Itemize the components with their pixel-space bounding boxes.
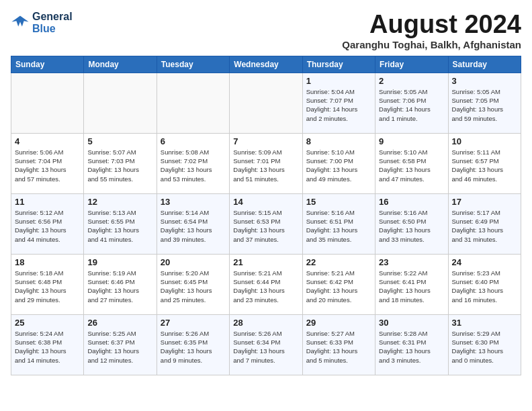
calendar-cell: 13Sunrise: 5:14 AM Sunset: 6:54 PM Dayli…	[157, 193, 229, 254]
calendar-cell: 23Sunrise: 5:22 AM Sunset: 6:41 PM Dayli…	[375, 254, 448, 314]
month-year-heading: August 2024	[342, 11, 521, 39]
day-info: Sunrise: 5:09 AM Sunset: 7:01 PM Dayligh…	[233, 148, 298, 183]
day-info: Sunrise: 5:21 AM Sunset: 6:42 PM Dayligh…	[306, 269, 371, 304]
day-info: Sunrise: 5:14 AM Sunset: 6:54 PM Dayligh…	[161, 208, 226, 244]
calendar-table: SundayMondayTuesdayWednesdayThursdayFrid…	[11, 56, 521, 375]
calendar-cell: 2Sunrise: 5:05 AM Sunset: 7:06 PM Daylig…	[375, 73, 448, 133]
day-number: 3	[452, 76, 517, 86]
day-number: 1	[306, 76, 371, 86]
calendar-cell: 8Sunrise: 5:10 AM Sunset: 7:00 PM Daylig…	[302, 133, 375, 193]
day-info: Sunrise: 5:06 AM Sunset: 7:04 PM Dayligh…	[15, 148, 80, 183]
day-info: Sunrise: 5:10 AM Sunset: 6:58 PM Dayligh…	[379, 148, 444, 183]
calendar-cell: 1Sunrise: 5:04 AM Sunset: 7:07 PM Daylig…	[302, 73, 375, 133]
day-number: 18	[15, 257, 80, 267]
day-number: 22	[306, 257, 371, 267]
day-info: Sunrise: 5:21 AM Sunset: 6:44 PM Dayligh…	[233, 269, 298, 304]
calendar-cell	[157, 73, 229, 133]
column-header-wednesday: Wednesday	[230, 56, 302, 73]
calendar-cell	[84, 73, 157, 133]
calendar-cell: 6Sunrise: 5:08 AM Sunset: 7:02 PM Daylig…	[157, 133, 229, 193]
day-number: 23	[379, 257, 444, 267]
logo-bird-icon	[11, 13, 30, 32]
day-info: Sunrise: 5:10 AM Sunset: 7:00 PM Dayligh…	[306, 148, 371, 183]
logo-text-general: General	[32, 11, 73, 23]
day-number: 25	[15, 318, 80, 328]
column-header-tuesday: Tuesday	[157, 56, 229, 73]
day-info: Sunrise: 5:16 AM Sunset: 6:51 PM Dayligh…	[306, 208, 371, 244]
day-info: Sunrise: 5:26 AM Sunset: 6:34 PM Dayligh…	[233, 329, 298, 365]
calendar-cell: 11Sunrise: 5:12 AM Sunset: 6:56 PM Dayli…	[11, 193, 84, 254]
day-number: 26	[87, 318, 152, 328]
calendar-cell: 16Sunrise: 5:16 AM Sunset: 6:50 PM Dayli…	[375, 193, 448, 254]
calendar-week-row: 11Sunrise: 5:12 AM Sunset: 6:56 PM Dayli…	[11, 193, 521, 254]
calendar-cell: 18Sunrise: 5:18 AM Sunset: 6:48 PM Dayli…	[11, 254, 84, 314]
day-info: Sunrise: 5:05 AM Sunset: 7:06 PM Dayligh…	[379, 87, 444, 123]
calendar-cell: 22Sunrise: 5:21 AM Sunset: 6:42 PM Dayli…	[302, 254, 375, 314]
day-info: Sunrise: 5:26 AM Sunset: 6:35 PM Dayligh…	[161, 329, 226, 365]
title-block: August 2024 Qaranghu Toghai, Balkh, Afgh…	[342, 11, 521, 50]
day-number: 16	[379, 197, 444, 207]
calendar-cell: 25Sunrise: 5:24 AM Sunset: 6:38 PM Dayli…	[11, 314, 84, 375]
day-info: Sunrise: 5:08 AM Sunset: 7:02 PM Dayligh…	[161, 148, 226, 183]
column-header-monday: Monday	[84, 56, 157, 73]
calendar-week-row: 1Sunrise: 5:04 AM Sunset: 7:07 PM Daylig…	[11, 73, 521, 133]
calendar-week-row: 18Sunrise: 5:18 AM Sunset: 6:48 PM Dayli…	[11, 254, 521, 314]
logo: General Blue	[11, 11, 73, 34]
day-info: Sunrise: 5:04 AM Sunset: 7:07 PM Dayligh…	[306, 87, 371, 123]
calendar-cell: 20Sunrise: 5:20 AM Sunset: 6:45 PM Dayli…	[157, 254, 229, 314]
day-info: Sunrise: 5:13 AM Sunset: 6:55 PM Dayligh…	[87, 208, 152, 244]
calendar-cell: 21Sunrise: 5:21 AM Sunset: 6:44 PM Dayli…	[230, 254, 302, 314]
day-number: 11	[15, 197, 80, 207]
day-number: 30	[379, 318, 444, 328]
day-info: Sunrise: 5:24 AM Sunset: 6:38 PM Dayligh…	[15, 329, 80, 365]
calendar-cell: 9Sunrise: 5:10 AM Sunset: 6:58 PM Daylig…	[375, 133, 448, 193]
day-info: Sunrise: 5:19 AM Sunset: 6:46 PM Dayligh…	[87, 269, 152, 304]
day-info: Sunrise: 5:11 AM Sunset: 6:57 PM Dayligh…	[452, 148, 517, 183]
column-header-friday: Friday	[375, 56, 448, 73]
day-number: 24	[452, 257, 517, 267]
day-info: Sunrise: 5:29 AM Sunset: 6:30 PM Dayligh…	[452, 329, 517, 365]
page-header: General Blue August 2024 Qaranghu Toghai…	[11, 11, 521, 50]
calendar-header-row: SundayMondayTuesdayWednesdayThursdayFrid…	[11, 56, 521, 73]
calendar-cell: 19Sunrise: 5:19 AM Sunset: 6:46 PM Dayli…	[84, 254, 157, 314]
svg-marker-0	[11, 15, 28, 26]
calendar-cell: 24Sunrise: 5:23 AM Sunset: 6:40 PM Dayli…	[448, 254, 521, 314]
day-info: Sunrise: 5:07 AM Sunset: 7:03 PM Dayligh…	[87, 148, 152, 183]
calendar-cell: 5Sunrise: 5:07 AM Sunset: 7:03 PM Daylig…	[84, 133, 157, 193]
calendar-cell: 7Sunrise: 5:09 AM Sunset: 7:01 PM Daylig…	[230, 133, 302, 193]
column-header-saturday: Saturday	[448, 56, 521, 73]
logo-text-blue: Blue	[32, 23, 73, 35]
day-number: 12	[87, 197, 152, 207]
day-number: 6	[161, 136, 226, 146]
day-info: Sunrise: 5:22 AM Sunset: 6:41 PM Dayligh…	[379, 269, 444, 304]
day-number: 14	[233, 197, 298, 207]
location-subheading: Qaranghu Toghai, Balkh, Afghanistan	[342, 39, 521, 50]
calendar-cell: 28Sunrise: 5:26 AM Sunset: 6:34 PM Dayli…	[230, 314, 302, 375]
day-number: 19	[87, 257, 152, 267]
day-number: 17	[452, 197, 517, 207]
calendar-cell: 12Sunrise: 5:13 AM Sunset: 6:55 PM Dayli…	[84, 193, 157, 254]
day-number: 10	[452, 136, 517, 146]
calendar-cell: 30Sunrise: 5:28 AM Sunset: 6:31 PM Dayli…	[375, 314, 448, 375]
day-info: Sunrise: 5:16 AM Sunset: 6:50 PM Dayligh…	[379, 208, 444, 244]
calendar-week-row: 25Sunrise: 5:24 AM Sunset: 6:38 PM Dayli…	[11, 314, 521, 375]
calendar-cell	[11, 73, 84, 133]
day-info: Sunrise: 5:28 AM Sunset: 6:31 PM Dayligh…	[379, 329, 444, 365]
day-number: 7	[233, 136, 298, 146]
calendar-week-row: 4Sunrise: 5:06 AM Sunset: 7:04 PM Daylig…	[11, 133, 521, 193]
day-number: 2	[379, 76, 444, 86]
day-number: 8	[306, 136, 371, 146]
calendar-cell: 3Sunrise: 5:05 AM Sunset: 7:05 PM Daylig…	[448, 73, 521, 133]
day-info: Sunrise: 5:17 AM Sunset: 6:49 PM Dayligh…	[452, 208, 517, 244]
day-number: 20	[161, 257, 226, 267]
calendar-cell: 29Sunrise: 5:27 AM Sunset: 6:33 PM Dayli…	[302, 314, 375, 375]
day-number: 15	[306, 197, 371, 207]
day-info: Sunrise: 5:18 AM Sunset: 6:48 PM Dayligh…	[15, 269, 80, 304]
calendar-cell: 14Sunrise: 5:15 AM Sunset: 6:53 PM Dayli…	[230, 193, 302, 254]
day-number: 5	[87, 136, 152, 146]
day-number: 4	[15, 136, 80, 146]
day-info: Sunrise: 5:12 AM Sunset: 6:56 PM Dayligh…	[15, 208, 80, 244]
calendar-cell: 17Sunrise: 5:17 AM Sunset: 6:49 PM Dayli…	[448, 193, 521, 254]
day-info: Sunrise: 5:15 AM Sunset: 6:53 PM Dayligh…	[233, 208, 298, 244]
day-info: Sunrise: 5:05 AM Sunset: 7:05 PM Dayligh…	[452, 87, 517, 123]
